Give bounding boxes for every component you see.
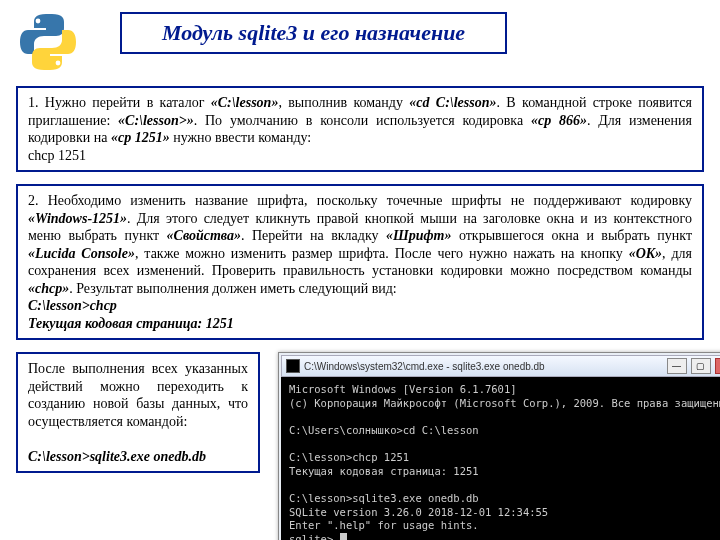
step-2-box: 2. Необходимо изменить название шрифта, … [16, 184, 704, 340]
step3-text: После выполнения всех указанных действий… [28, 361, 248, 429]
em: «C:\lesson» [211, 95, 279, 110]
em: «cd C:\lesson» [409, 95, 496, 110]
em: «Lucida Console» [28, 246, 135, 261]
step-1-box: 1. Нужно перейти в каталог «C:\lesson», … [16, 86, 704, 172]
minimize-button[interactable]: — [667, 358, 687, 374]
t: нужно ввести команду: [170, 130, 312, 145]
close-button[interactable]: ✕ [715, 358, 720, 374]
t: открывшегося окна и выбрать пункт [451, 228, 692, 243]
cmd-window: C:\Windows\system32\cmd.exe - sqlite3.ex… [278, 352, 720, 540]
terminal-output: Microsoft Windows [Version 6.1.7601] (c)… [281, 377, 720, 540]
maximize-button[interactable]: ▢ [691, 358, 711, 374]
cmd-titlebar: C:\Windows\system32\cmd.exe - sqlite3.ex… [281, 355, 720, 377]
em: «OK» [629, 246, 662, 261]
step2-out2: Текущая кодовая страница: 1251 [28, 316, 234, 331]
svg-point-0 [36, 19, 41, 24]
t: 2. Необходимо изменить название шрифта, … [28, 193, 692, 208]
t: . По умолчанию в консоли используется ко… [194, 113, 531, 128]
em: «chcp» [28, 281, 69, 296]
cmd-title-text: C:\Windows\system32\cmd.exe - sqlite3.ex… [304, 361, 663, 372]
step-3-box: После выполнения всех указанных действий… [16, 352, 260, 473]
page-title: Модуль sqlite3 и его назначение [120, 12, 507, 54]
t: , выполнив команду [278, 95, 409, 110]
t: , также можно изменить размер шрифта. По… [135, 246, 629, 261]
em: «C:\lesson>» [118, 113, 194, 128]
header-row: Модуль sqlite3 и его назначение [16, 10, 704, 74]
t: . Результат выполнения должен иметь след… [69, 281, 397, 296]
svg-point-1 [56, 61, 61, 66]
step1-cmd: chcp 1251 [28, 148, 86, 163]
step2-out1: C:\lesson>chcp [28, 298, 117, 313]
python-logo [16, 10, 80, 74]
em: «cp 1251» [111, 130, 170, 145]
step3-cmd: C:\lesson>sqlite3.exe onedb.db [28, 449, 206, 464]
em: «Шрифт» [386, 228, 451, 243]
em: «cp 866» [531, 113, 587, 128]
em: «Windows-1251» [28, 211, 127, 226]
em: «Свойства» [167, 228, 241, 243]
t: . Перейти на вкладку [241, 228, 386, 243]
t: 1. Нужно перейти в каталог [28, 95, 211, 110]
cmd-icon [286, 359, 300, 373]
